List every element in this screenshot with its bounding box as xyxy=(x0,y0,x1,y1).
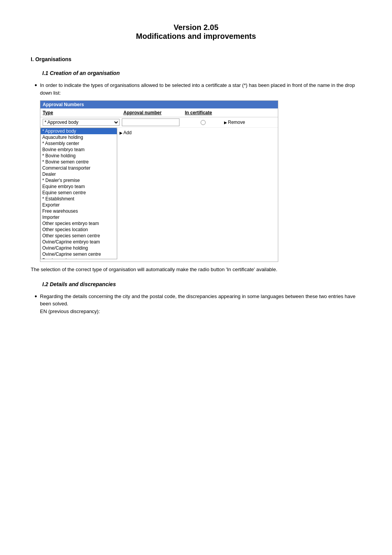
in-certificate-radio[interactable] xyxy=(201,120,206,125)
dropdown-option[interactable]: Equine semen centre xyxy=(41,190,117,196)
dropdown-option[interactable]: * Establishment xyxy=(41,196,117,202)
dropdown-option[interactable]: * Approved body xyxy=(41,128,117,134)
dropdown-option[interactable]: Equine embryo team xyxy=(41,183,117,190)
subsection-heading-details: I.2 Details and discrepancies xyxy=(31,281,361,287)
dropdown-list[interactable]: * Approved bodyAquaculture holding* Asse… xyxy=(41,128,117,259)
dropdown-list-wrapper[interactable]: * Approved bodyAquaculture holding* Asse… xyxy=(40,128,117,259)
dropdown-option[interactable]: Exporter xyxy=(41,202,117,208)
col-number-header: Approval number xyxy=(123,110,185,115)
widget-header: Type Approval number In certificate xyxy=(40,108,278,117)
dropdown-container: * Approved bodyAquaculture holding* Asse… xyxy=(40,128,278,259)
subsection-heading-creation: I.1 Creation of an organisation xyxy=(31,70,361,76)
page-container: Version 2.05 Modifications and improveme… xyxy=(31,23,361,315)
dropdown-option[interactable]: Importer xyxy=(41,214,117,220)
section-heading-organisations: I. Organisations xyxy=(31,56,361,62)
dropdown-option[interactable]: Porcine embryo team xyxy=(41,257,117,259)
dropdown-option[interactable]: Bovine embryo team xyxy=(41,147,117,153)
dropdown-option[interactable]: * Bovine semen centre xyxy=(41,159,117,165)
dropdown-option[interactable]: * Assembly center xyxy=(41,140,117,147)
widget-title: Approval Numbers xyxy=(40,101,278,108)
approval-number-input[interactable] xyxy=(122,118,179,126)
bullet-dot: • xyxy=(35,82,40,90)
add-button[interactable]: Add xyxy=(120,130,131,135)
dropdown-option[interactable]: Ovine/Caprine holding xyxy=(41,245,117,251)
remove-button[interactable]: Remove xyxy=(224,120,245,125)
page-title-block: Version 2.05 Modifications and improveme… xyxy=(31,23,361,41)
approval-row: * Approved body Remove xyxy=(40,117,278,128)
dropdown-option[interactable]: Other species location xyxy=(41,227,117,233)
col-type-header: Type xyxy=(43,110,123,115)
bullet-item-details: • Regarding the details concerning the c… xyxy=(31,293,361,315)
dropdown-option[interactable]: * Dealer's premise xyxy=(41,177,117,183)
bullet-dot-2: • xyxy=(35,293,40,301)
col-actions-header xyxy=(231,110,276,115)
post-widget-text: The selection of the correct type of org… xyxy=(31,266,361,273)
type-select[interactable]: * Approved body xyxy=(43,119,120,126)
dropdown-option[interactable]: Ovine/Caprine semen centre xyxy=(41,251,117,257)
dropdown-option[interactable]: * Bovine holding xyxy=(41,153,117,159)
radio-cell xyxy=(182,120,224,125)
dropdown-actions: Add xyxy=(120,128,131,259)
dropdown-option[interactable]: Dealer xyxy=(41,171,117,177)
dropdown-option[interactable]: Other species semen centre xyxy=(41,233,117,239)
bullet-text-creation: In order to indicate the types of organi… xyxy=(40,82,361,97)
title-line2: Modifications and improvements xyxy=(31,32,361,41)
dropdown-option[interactable]: Commercial transporter xyxy=(41,165,117,171)
type-select-wrapper[interactable]: * Approved body xyxy=(43,119,120,126)
bullet-item-creation: • In order to indicate the types of orga… xyxy=(31,82,361,97)
dropdown-option[interactable]: Free warehouses xyxy=(41,208,117,214)
dropdown-option[interactable]: Ovine/Caprine embryo team xyxy=(41,239,117,245)
col-cert-header: In certificate xyxy=(185,110,231,115)
title-line1: Version 2.05 xyxy=(31,23,361,32)
bullet-text-details: Regarding the details concerning the cit… xyxy=(40,293,361,315)
approval-numbers-widget: Approval Numbers Type Approval number In… xyxy=(40,100,278,262)
dropdown-option[interactable]: Aquaculture holding xyxy=(41,134,117,140)
section-organisations: I. Organisations I.1 Creation of an orga… xyxy=(31,56,361,315)
dropdown-option[interactable]: Other species embryo team xyxy=(41,220,117,227)
